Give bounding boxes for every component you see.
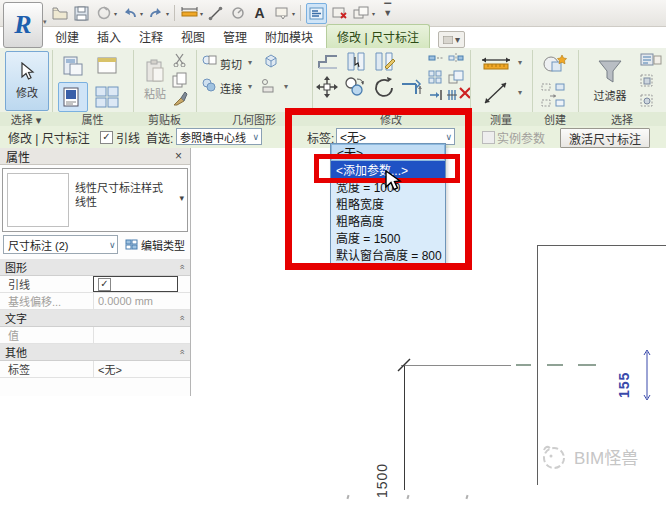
- panel-label-select-right[interactable]: 选择: [578, 112, 666, 126]
- wall-line-horizontal[interactable]: [537, 245, 666, 246]
- switch-windows-icon[interactable]: [352, 4, 371, 23]
- prefer-combobox[interactable]: 参照墙中心线 ∨: [176, 128, 262, 145]
- undo-caret-icon[interactable]: ▾: [140, 10, 143, 17]
- cut-caret-icon[interactable]: ▾: [248, 58, 252, 67]
- instance-selector-arrow-icon[interactable]: ∨: [109, 240, 116, 250]
- type-selector-arrow-icon[interactable]: ▾: [179, 193, 184, 203]
- join-geometry-label[interactable]: 连接: [220, 80, 242, 96]
- modify-button[interactable]: 修改: [5, 51, 49, 111]
- wall-joins-icon[interactable]: [260, 78, 276, 94]
- create-group-icon[interactable]: [540, 52, 570, 78]
- select-pinned-icon[interactable]: [640, 94, 662, 108]
- application-menu-button[interactable]: R: [3, 2, 43, 48]
- tab-annotate[interactable]: 注释: [130, 25, 172, 48]
- open-file-icon[interactable]: [50, 4, 69, 23]
- tab-create[interactable]: 创建: [46, 25, 88, 48]
- properties-toggle-icon[interactable]: [58, 52, 88, 80]
- join-geometry-icon[interactable]: [202, 78, 217, 92]
- copy-to-clipboard-icon[interactable]: [172, 72, 188, 88]
- close-inactive-icon[interactable]: [330, 4, 349, 23]
- split-with-gap-icon[interactable]: [372, 51, 396, 73]
- copy-icon[interactable]: [344, 76, 366, 98]
- panel-label-properties[interactable]: 属性: [52, 112, 133, 126]
- mirror-icon[interactable]: [448, 52, 464, 64]
- type-selector[interactable]: 线性尺寸标注样式 线性 ▾: [2, 168, 188, 232]
- prefer-combo-arrow-icon[interactable]: ∨: [252, 132, 259, 142]
- collapse-chevron-icon[interactable]: »: [176, 264, 186, 269]
- value-cell[interactable]: [93, 327, 178, 343]
- tab-view[interactable]: 视图: [172, 25, 214, 48]
- cut-geometry-label[interactable]: 剪切: [220, 56, 242, 72]
- save-icon[interactable]: [72, 4, 91, 23]
- leader-value-cell[interactable]: ✓: [93, 276, 178, 292]
- ribbon-state-toggle[interactable]: ▾: [438, 31, 465, 48]
- label-value-cell[interactable]: <无>: [93, 361, 178, 377]
- geometry-more-caret-icon[interactable]: ▾: [284, 82, 288, 91]
- cope-icon[interactable]: [316, 52, 340, 72]
- dimension-caret-icon[interactable]: ▾: [200, 10, 203, 17]
- leader-property-checkbox[interactable]: ✓: [98, 278, 111, 291]
- show-hidden-cube-icon[interactable]: [262, 52, 280, 70]
- tab-modify-dimensions-active[interactable]: 修改 | 尺寸标注: [326, 24, 430, 48]
- collapse-chevron-icon[interactable]: »: [176, 349, 186, 354]
- undo-icon[interactable]: [120, 4, 139, 23]
- dimension-line-horizontal[interactable]: [401, 365, 511, 366]
- redo-icon[interactable]: [146, 4, 165, 23]
- customize-qat-icon[interactable]: ▼▔: [378, 4, 397, 23]
- sync-caret-icon[interactable]: ▾: [114, 10, 117, 17]
- measure-along-element-icon[interactable]: [482, 80, 510, 106]
- dimension-text-155[interactable]: 155: [616, 350, 632, 398]
- move-icon[interactable]: [316, 76, 338, 98]
- section-graphics[interactable]: 图形 »: [0, 259, 190, 276]
- instance-selector[interactable]: 尺寸标注 (2) ∨: [3, 235, 118, 254]
- dimension-icon[interactable]: [180, 4, 199, 23]
- measure-between-refs-icon[interactable]: [480, 54, 514, 72]
- cut-geometry-icon[interactable]: [202, 54, 217, 67]
- select-underlay-icon[interactable]: [640, 74, 662, 88]
- dimension-extension-line[interactable]: [404, 366, 405, 490]
- trim-extend-icon[interactable]: [428, 88, 444, 102]
- match-type-brush-icon[interactable]: [172, 91, 188, 107]
- panel-label-clipboard[interactable]: 剪贴板: [133, 112, 196, 126]
- section-text[interactable]: 文字 »: [0, 310, 190, 327]
- array-icon[interactable]: [428, 70, 444, 84]
- collapse-chevron-icon[interactable]: »: [176, 315, 186, 320]
- spot-elevation-icon[interactable]: [228, 4, 247, 23]
- dimension-text-1500[interactable]: 1500: [374, 440, 390, 498]
- panel-label-create[interactable]: 创建: [532, 112, 578, 126]
- close-icon[interactable]: ×: [175, 149, 182, 163]
- panel-label-select-left[interactable]: 选择 ▾: [0, 112, 52, 126]
- paste-button[interactable]: 粘贴: [138, 51, 172, 109]
- section-box-icon[interactable]: [306, 3, 327, 24]
- instance-param-checkbox[interactable]: [482, 131, 495, 144]
- split-element-icon[interactable]: [344, 51, 368, 73]
- join-caret-icon[interactable]: ▾: [248, 82, 252, 91]
- scale-icon[interactable]: [448, 70, 464, 84]
- align-icon[interactable]: [400, 76, 424, 100]
- text-icon[interactable]: A: [250, 4, 269, 23]
- measure2-caret-icon[interactable]: ▾: [518, 88, 522, 97]
- measure-icon[interactable]: [206, 4, 225, 23]
- leader-checkbox[interactable]: ✓: [100, 131, 113, 144]
- tab-insert[interactable]: 插入: [88, 25, 130, 48]
- redo-caret-icon[interactable]: ▾: [166, 10, 169, 17]
- section-other[interactable]: 其他 »: [0, 344, 190, 361]
- tag-icon[interactable]: [272, 4, 291, 23]
- select-links-icon[interactable]: [640, 52, 662, 68]
- edit-type-button[interactable]: 编辑类型: [123, 235, 187, 254]
- panel-label-measure[interactable]: 测量: [470, 112, 532, 126]
- measure-caret-icon[interactable]: ▾: [518, 58, 522, 67]
- baseline-offset-value[interactable]: 0.0000 mm: [93, 293, 178, 309]
- sync-icon[interactable]: [94, 4, 113, 23]
- filter-button[interactable]: 过滤器: [588, 51, 632, 111]
- family-types-icon[interactable]: [92, 52, 122, 80]
- create-similar-icon[interactable]: [540, 82, 570, 108]
- visibility-graphics-icon[interactable]: [58, 82, 88, 112]
- cut-to-clipboard-icon[interactable]: [172, 53, 188, 67]
- tab-manage[interactable]: 管理: [214, 25, 256, 48]
- offset-icon[interactable]: [428, 52, 444, 64]
- switch-windows-caret-icon[interactable]: ▾: [372, 10, 375, 17]
- activate-dimensions-button[interactable]: 激活尺寸标注: [560, 128, 650, 148]
- tab-addins[interactable]: 附加模块: [256, 25, 322, 48]
- tag-caret-icon[interactable]: ▾: [292, 10, 295, 17]
